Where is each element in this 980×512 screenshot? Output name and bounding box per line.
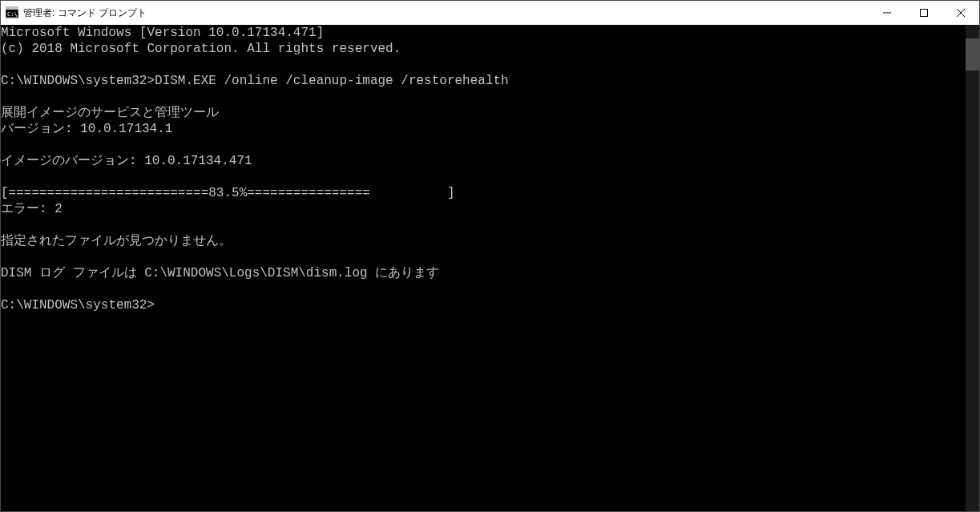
- svg-rect-4: [921, 10, 928, 17]
- window-title: 管理者: コマンド プロンプト: [23, 6, 147, 20]
- client-area: Microsoft Windows [Version 10.0.17134.47…: [1, 25, 979, 511]
- cmd-icon: C:\: [6, 6, 18, 19]
- close-button[interactable]: [942, 1, 979, 25]
- terminal-line: DISM ログ ファイルは C:\WINDOWS\Logs\DISM\dism.…: [1, 266, 439, 280]
- minimize-button[interactable]: [869, 1, 905, 25]
- terminal-line: C:\WINDOWS\system32>DISM.EXE /online /cl…: [1, 74, 509, 88]
- terminal-line: バージョン: 10.0.17134.1: [1, 122, 172, 136]
- terminal-line: (c) 2018 Microsoft Corporation. All righ…: [1, 42, 401, 56]
- window-controls: [869, 1, 979, 25]
- scrollbar-thumb[interactable]: [966, 38, 979, 71]
- terminal-line: 展開イメージのサービスと管理ツール: [1, 106, 219, 120]
- window-frame: C:\ 管理者: コマンド プロンプト Microsoft Windows [V…: [0, 0, 980, 512]
- terminal-line: [==========================83.5%========…: [1, 186, 455, 200]
- svg-rect-1: [6, 7, 18, 10]
- terminal-line: 指定されたファイルが見つかりません。: [1, 234, 232, 248]
- title-left: C:\ 管理者: コマンド プロンプト: [1, 6, 147, 20]
- terminal-line: C:\WINDOWS\system32>: [1, 298, 155, 312]
- maximize-button[interactable]: [905, 1, 942, 25]
- vertical-scrollbar[interactable]: [966, 25, 979, 511]
- terminal-output[interactable]: Microsoft Windows [Version 10.0.17134.47…: [1, 25, 966, 511]
- terminal-line: イメージのバージョン: 10.0.17134.471: [1, 154, 252, 168]
- titlebar[interactable]: C:\ 管理者: コマンド プロンプト: [1, 1, 979, 25]
- terminal-line: エラー: 2: [1, 202, 63, 216]
- svg-text:C:\: C:\: [7, 11, 18, 18]
- terminal-line: Microsoft Windows [Version 10.0.17134.47…: [1, 26, 324, 40]
